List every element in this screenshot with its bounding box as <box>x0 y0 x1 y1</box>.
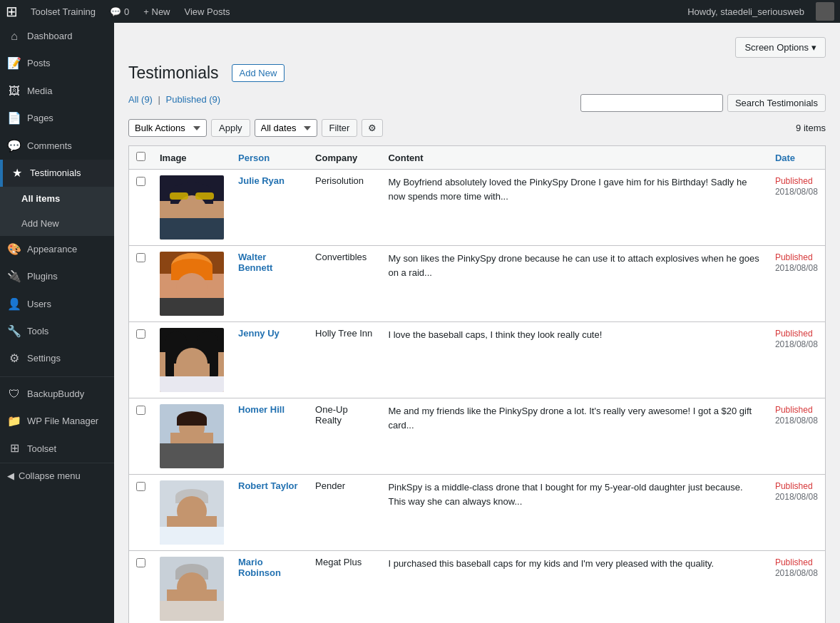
gear-button[interactable]: ⚙ <box>362 119 383 137</box>
row-date-cell: Published 2018/08/08 <box>768 551 826 624</box>
all-items-label: All items <box>21 192 60 205</box>
sidebar-item-dashboard[interactable]: ⌂ Dashboard <box>0 23 114 50</box>
person-link-2[interactable]: Walter Bennett <box>238 252 272 273</box>
filter-all-link[interactable]: All (9) <box>128 94 153 105</box>
row-date-cell: Published 2018/08/08 <box>768 322 826 398</box>
person-link-6[interactable]: Mario Robinson <box>238 557 281 578</box>
screen-options-label: Screen Options <box>744 42 809 53</box>
sidebar-item-all-items[interactable]: All items <box>0 187 114 211</box>
sidebar-item-label: Users <box>27 298 51 311</box>
appearance-icon: 🎨 <box>7 242 21 257</box>
adminbar-site[interactable]: Toolset Training <box>24 0 103 23</box>
adminbar-comments-count: 0 <box>124 6 129 17</box>
bulk-actions-select[interactable]: Bulk Actions <box>128 119 207 137</box>
sidebar-item-users[interactable]: 👤 Users <box>0 291 114 318</box>
sidebar-item-label: Pages <box>27 112 53 125</box>
row-date-cell: Published 2018/08/08 <box>768 170 826 246</box>
table-row: Homer Hill Edit | Trash | View One-Up Re… <box>129 398 826 475</box>
all-dates-select[interactable]: All dates <box>255 119 317 137</box>
row-content-cell: PinkSpy is a middle-class drone that I b… <box>381 475 767 551</box>
sidebar-item-wp-file-manager[interactable]: 📁 WP File Manager <box>0 408 114 435</box>
sidebar-item-add-new-sub[interactable]: Add New <box>0 212 114 236</box>
row-company-cell: Pender <box>308 475 381 551</box>
filters-row: Bulk Actions Apply All dates Filter ⚙ 9 … <box>128 119 826 137</box>
row-image-cell <box>153 322 231 398</box>
row-person-cell: Homer Hill Edit | Trash | View <box>231 398 308 475</box>
page-title: Testimonials <box>128 63 219 83</box>
add-new-button[interactable]: Add New <box>232 64 285 82</box>
top-area: All (9) | Published (9) Search Testimoni… <box>128 94 826 112</box>
table-row: Robert Taylor Edit | Trash | View Pender… <box>129 475 826 551</box>
search-input[interactable] <box>580 94 723 112</box>
sidebar-item-toolset[interactable]: ⊞ Toolset <box>0 435 114 462</box>
row-checkbox-6[interactable] <box>136 558 145 567</box>
row-checkbox-cell <box>129 246 153 322</box>
date-status-6: Published <box>775 557 813 567</box>
adminbar-new[interactable]: + New <box>136 0 177 23</box>
row-company-cell: Holly Tree Inn <box>308 322 381 398</box>
screen-options-button[interactable]: Screen Options ▾ <box>735 37 826 58</box>
sidebar-item-comments[interactable]: 💬 Comments <box>0 133 114 160</box>
person-link-4[interactable]: Homer Hill <box>238 404 285 415</box>
row-checkbox-2[interactable] <box>136 253 145 262</box>
adminbar-view-posts[interactable]: View Posts <box>178 0 237 23</box>
gear-icon: ⚙ <box>368 123 377 133</box>
search-button[interactable]: Search Testimonials <box>727 94 826 112</box>
sidebar-item-pages[interactable]: 📄 Pages <box>0 105 114 132</box>
sidebar-item-plugins[interactable]: 🔌 Plugins <box>0 263 114 290</box>
person-link-5[interactable]: Robert Taylor <box>238 480 298 491</box>
filter-published-link[interactable]: Published (9) <box>166 94 221 105</box>
filter-separator: | <box>158 94 163 105</box>
date-status-4: Published <box>775 405 813 415</box>
row-image-cell <box>153 475 231 551</box>
sidebar-item-label: Tools <box>27 325 48 338</box>
person-link-3[interactable]: Jenny Uy <box>238 328 280 339</box>
date-status-1: Published <box>775 176 813 186</box>
date-value-3: 2018/08/08 <box>775 339 818 349</box>
row-person-cell: Jenny Uy Edit | Trash | View <box>231 322 308 398</box>
sidebar-item-tools[interactable]: 🔧 Tools <box>0 318 114 345</box>
row-checkbox-cell <box>129 398 153 475</box>
screen-options-arrow-icon: ▾ <box>811 42 816 53</box>
filter-button[interactable]: Filter <box>322 119 358 137</box>
row-checkbox-5[interactable] <box>136 482 145 491</box>
date-value-4: 2018/08/08 <box>775 416 818 426</box>
collapse-label: Collapse menu <box>19 470 81 481</box>
select-all-checkbox[interactable] <box>136 152 145 161</box>
table-row: Julie Ryan Edit | Trash | View Perisolut… <box>129 170 826 246</box>
row-checkbox-cell <box>129 322 153 398</box>
person-link-1[interactable]: Julie Ryan <box>238 175 285 186</box>
row-person-cell: Mario Robinson Edit | Trash | View <box>231 551 308 624</box>
row-image-cell <box>153 398 231 475</box>
items-count: 9 items <box>796 123 826 133</box>
row-checkbox-1[interactable] <box>136 177 145 186</box>
search-area: Search Testimonials <box>580 94 826 112</box>
collapse-arrow-icon: ◀ <box>7 470 14 481</box>
header-company: Company <box>308 146 381 170</box>
sidebar: ⌂ Dashboard 📝 Posts 🖼 Media 📄 Pages 💬 Co… <box>0 23 114 623</box>
sidebar-item-posts[interactable]: 📝 Posts <box>0 50 114 77</box>
sidebar-item-media[interactable]: 🖼 Media <box>0 78 114 105</box>
row-checkbox-3[interactable] <box>136 329 145 339</box>
apply-button[interactable]: Apply <box>211 119 250 137</box>
content-text-6: I purchased this baseball caps for my ki… <box>388 558 714 569</box>
row-company-cell: Convertibles <box>308 246 381 322</box>
row-company-cell: Perisolution <box>308 170 381 246</box>
dashboard-icon: ⌂ <box>7 29 21 44</box>
row-checkbox-4[interactable] <box>136 406 145 415</box>
sidebar-item-settings[interactable]: ⚙ Settings <box>0 345 114 372</box>
collapse-menu[interactable]: ◀ Collapse menu <box>0 463 114 488</box>
row-person-cell: Robert Taylor Edit | Trash | View <box>231 475 308 551</box>
row-checkbox-cell <box>129 475 153 551</box>
header-checkbox-col <box>129 146 153 170</box>
sidebar-item-backupbuddy[interactable]: 🛡 BackupBuddy <box>0 381 114 408</box>
comment-icon: 💬 <box>110 6 121 17</box>
row-date-cell: Published 2018/08/08 <box>768 246 826 322</box>
sidebar-item-label: Media <box>27 85 52 98</box>
sidebar-separator <box>0 376 114 377</box>
wp-logo-icon[interactable]: ⊞ <box>6 3 18 20</box>
adminbar-new-label: + New <box>143 6 170 17</box>
sidebar-item-testimonials[interactable]: ★ Testimonials <box>0 160 114 187</box>
adminbar-comments[interactable]: 💬 0 <box>103 0 136 23</box>
sidebar-item-appearance[interactable]: 🎨 Appearance <box>0 236 114 263</box>
